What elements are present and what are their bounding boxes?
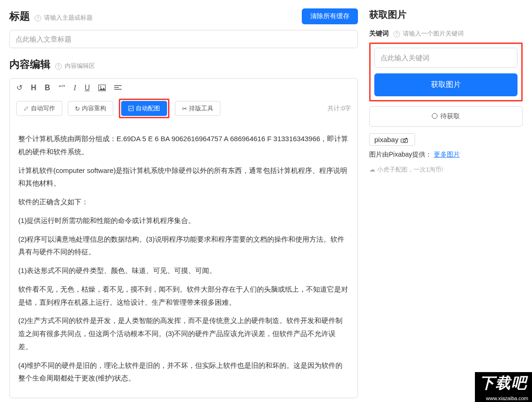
- bold-icon[interactable]: B: [45, 84, 51, 92]
- cloud-icon: ☁: [369, 166, 375, 173]
- fetch-image-button[interactable]: 获取图片: [374, 73, 517, 96]
- svg-point-7: [403, 140, 405, 142]
- keyword-hint: 请输入一个图片关键词: [403, 30, 464, 37]
- svg-rect-8: [406, 138, 407, 139]
- content-heading-row: 内容编辑 ? 内容编辑区: [9, 57, 358, 72]
- more-images-link[interactable]: 更多图片: [434, 151, 460, 158]
- paragraph: (4)维护不同的硬件是旧的，理论上软件是旧的，并不坏，但实际上软件也是旧的和坏的…: [18, 359, 349, 385]
- help-icon: ?: [35, 15, 41, 22]
- image-icon[interactable]: [98, 84, 106, 92]
- main-column: 标题 ? 请输入主题或标题 清除所有缓存 内容编辑 ? 内容编辑区 ↺ H B …: [0, 0, 367, 402]
- watermark-brand: 下载吧: [475, 372, 532, 395]
- auto-image-button[interactable]: 自动配图: [121, 101, 167, 116]
- provider-row: 图片由Pixabay提供： 更多图片: [369, 151, 523, 159]
- clear-cache-button[interactable]: 清除所有缓存: [302, 8, 358, 24]
- italic-icon[interactable]: I: [73, 84, 76, 92]
- image-small-icon: [128, 106, 134, 111]
- pencil-icon: [23, 106, 29, 111]
- keyword-label-row: 关键词 ? 请输入一个图片关键词: [369, 29, 523, 38]
- paragraph: (2)程序可以满意地处理信息的数据结构。(3)说明程序功能要求和程序需要的文档的…: [18, 233, 349, 259]
- pending-status[interactable]: 待获取: [369, 106, 523, 127]
- editor-box: ↺ H B “” I U 自动写作 ↻: [9, 78, 358, 398]
- content-heading: 内容编辑: [9, 58, 51, 70]
- layout-tool-button[interactable]: ✂ 排版工具: [175, 101, 220, 116]
- format-toolbar: ↺ H B “” I U: [10, 79, 357, 97]
- paragraph: 软件看不见，无色，枯燥，看不见，摸不到，闻不到。软件大部分存在于人们的头脑或纸上…: [18, 283, 349, 309]
- tool-icon: ✂: [182, 105, 187, 112]
- highlight-auto-image: 自动配图: [119, 99, 169, 118]
- paragraph: 计算机软件(computer software)是指计算机系统中除硬件以外的所有…: [18, 164, 349, 190]
- title-heading-group: 标题 ? 请输入主题或标题: [9, 9, 93, 23]
- help-icon: ?: [394, 31, 400, 37]
- editor-content[interactable]: 整个计算机系统由两部分组成：E.69DA 5 E 6 BA 9062616964…: [10, 125, 357, 398]
- content-hint: ? 内容编辑区: [55, 62, 95, 69]
- keyword-input[interactable]: [374, 48, 517, 68]
- quote-icon[interactable]: “”: [58, 84, 65, 92]
- paragraph: (2)生产方式不同的软件是开发，是人类智能的高发挥，而不是传统意义上的硬件制造。…: [18, 314, 349, 353]
- underline-icon[interactable]: U: [85, 84, 90, 92]
- svg-point-1: [100, 86, 102, 88]
- camera-icon: [401, 137, 410, 143]
- footer-note: ☁小虎子配图，一次1淘币!: [369, 165, 523, 174]
- auto-write-button[interactable]: 自动写作: [16, 101, 62, 116]
- highlight-keyword-box: 获取图片: [369, 43, 523, 101]
- article-title-input[interactable]: [9, 30, 358, 48]
- paragraph: 软件的正确含义如下：: [18, 195, 349, 208]
- fetch-image-heading: 获取图片: [369, 8, 523, 21]
- refresh-icon: ↻: [75, 105, 80, 112]
- watermark-url: www.xiazaiba.com: [475, 395, 532, 402]
- action-toolbar: 自动写作 ↻ 内容重构 自动配图 ✂ 排版工具 共计:0字: [10, 97, 357, 125]
- pixabay-badge: pixabay: [369, 133, 415, 146]
- keyword-label: 关键词: [369, 29, 389, 37]
- paragraph: (1)提供运行时所需功能和性能的命令或计算机程序集合。: [18, 214, 349, 227]
- watermark: 下载吧 www.xiazaiba.com: [475, 372, 532, 402]
- word-count: 共计:0字: [328, 104, 351, 113]
- undo-icon[interactable]: ↺: [16, 83, 22, 92]
- heading-icon[interactable]: H: [31, 84, 36, 92]
- paragraph: 整个计算机系统由两部分组成：E.69DA 5 E 6 BA 9062616964…: [18, 132, 349, 158]
- content-restructure-button[interactable]: ↻ 内容重构: [68, 101, 113, 116]
- title-hint: ? 请输入主题或标题: [35, 14, 93, 21]
- circle-icon: [432, 113, 437, 119]
- side-column: 获取图片 关键词 ? 请输入一个图片关键词 获取图片 待获取 pixabay 图…: [367, 0, 532, 402]
- paragraph: (1)表达形式不同的硬件类型、颜色、味道、可见、可摸、可闻。: [18, 264, 349, 277]
- help-icon: ?: [55, 63, 62, 70]
- align-left-icon[interactable]: [114, 84, 122, 92]
- title-heading: 标题: [9, 10, 30, 22]
- title-row: 标题 ? 请输入主题或标题 清除所有缓存: [9, 8, 358, 24]
